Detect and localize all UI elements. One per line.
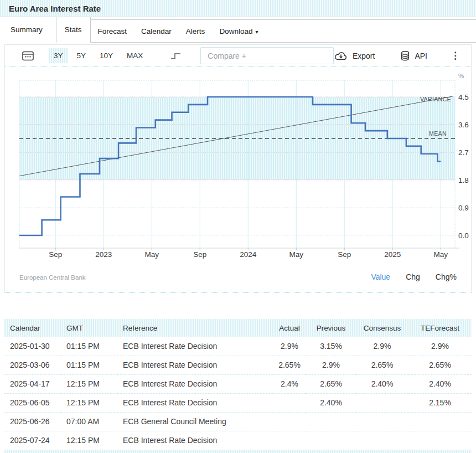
cell-teforecast: [408, 412, 472, 431]
table-row[interactable]: 2025-04-1712:15 PMECB Interest Rate Deci…: [4, 374, 472, 393]
tab-download-label: Download: [219, 27, 252, 35]
tab-forecast[interactable]: Forecast: [91, 20, 134, 42]
cell-gmt: 07:00 AM: [61, 412, 117, 431]
range-3y-button[interactable]: 3Y: [49, 48, 68, 63]
column-header-previous[interactable]: Previous: [306, 319, 356, 337]
page-title: Euro Area Interest Rate: [9, 4, 101, 13]
calendar-table-section: CalendarGMTReferenceActualPreviousConsen…: [4, 319, 472, 453]
svg-text:Sep: Sep: [193, 250, 206, 259]
cell-previous: 2.9%: [306, 356, 356, 374]
cell-consensus: [356, 412, 408, 431]
svg-text:VARIANCE: VARIANCE: [420, 96, 451, 102]
tab-summary[interactable]: Summary: [0, 17, 56, 43]
chg-link[interactable]: Chg: [406, 272, 420, 281]
display-mode-links: Value Chg Chg%: [355, 272, 457, 281]
table-row[interactable]: 2025-01-3001:15 PMECB Interest Rate Deci…: [4, 337, 472, 356]
column-header-reference[interactable]: Reference: [117, 319, 273, 337]
chart-card: 3Y 5Y 10Y MAX Export: [4, 44, 472, 293]
cell-actual: 2.4%: [273, 374, 306, 393]
range-10y-button[interactable]: 10Y: [95, 48, 118, 63]
table-row[interactable]: 2025-07-2412:15 PMECB Interest Rate Deci…: [4, 431, 472, 450]
compare-input[interactable]: [200, 47, 334, 64]
calendar-icon: [22, 50, 34, 61]
chart-area: VARIANCEMEAN%0.00.91.82.73.64.5Sep2023Ma…: [5, 67, 471, 266]
table-row[interactable]: 2025-06-2607:00 AMECB General Council Me…: [4, 412, 472, 431]
svg-text:3.6: 3.6: [458, 121, 469, 129]
cell-reference: ECB Interest Rate Decision: [117, 337, 273, 356]
tab-group: Forecast Calendar Alerts Download▾: [91, 19, 476, 43]
rate-chart: VARIANCEMEAN%0.00.91.82.73.64.5Sep2023Ma…: [5, 67, 471, 264]
column-header-teforecast[interactable]: TEForecast: [408, 319, 472, 337]
range-max-button[interactable]: MAX: [122, 48, 148, 63]
cell-previous: 3.15%: [306, 337, 356, 356]
svg-text:2024: 2024: [240, 250, 257, 259]
table-bottom-strip: [4, 450, 472, 453]
tab-calendar[interactable]: Calendar: [134, 20, 179, 42]
chart-toolbar: 3Y 5Y 10Y MAX Export: [5, 45, 471, 67]
chart-footer: European Central Bank Value Chg Chg%: [5, 266, 471, 281]
tab-alerts[interactable]: Alerts: [179, 20, 213, 42]
column-header-calendar[interactable]: Calendar: [4, 319, 61, 337]
cell-gmt: 12:15 PM: [61, 374, 117, 393]
page-header: Euro Area Interest Rate: [0, 0, 476, 17]
date-range-button[interactable]: [22, 50, 34, 61]
svg-text:2025: 2025: [384, 250, 401, 259]
cell-gmt: 01:15 PM: [61, 356, 117, 374]
svg-text:0.0: 0.0: [458, 231, 469, 240]
tab-download[interactable]: Download▾: [212, 20, 265, 42]
cell-actual: 2.9%: [273, 337, 306, 356]
range-buttons: 3Y 5Y 10Y MAX: [49, 48, 152, 63]
table-row[interactable]: 2025-03-0601:15 PMECB Interest Rate Deci…: [4, 356, 472, 374]
chgpct-link[interactable]: Chg%: [436, 272, 457, 281]
svg-text:2023: 2023: [95, 250, 112, 259]
cell-teforecast: 2.15%: [408, 393, 472, 412]
cell-calendar: 2025-06-26: [4, 412, 61, 431]
cell-teforecast: [408, 431, 472, 450]
api-button[interactable]: API: [400, 50, 427, 61]
column-header-consensus[interactable]: Consensus: [356, 319, 408, 337]
cell-consensus: 2.40%: [356, 374, 408, 393]
value-link[interactable]: Value: [371, 272, 390, 281]
cell-previous: 2.65%: [306, 374, 356, 393]
column-header-gmt[interactable]: GMT: [61, 319, 117, 337]
cell-reference: ECB Interest Rate Decision: [117, 431, 273, 450]
cell-actual: [273, 393, 306, 412]
svg-text:%: %: [458, 73, 464, 79]
cell-actual: [273, 431, 306, 450]
chevron-down-icon: ▾: [255, 29, 258, 35]
cell-reference: ECB Interest Rate Decision: [117, 356, 273, 374]
cell-gmt: 01:15 PM: [61, 337, 117, 356]
api-label: API: [415, 52, 427, 60]
chart-type-button[interactable]: [170, 52, 182, 60]
cell-consensus: [356, 431, 408, 450]
svg-text:May: May: [144, 250, 159, 259]
cell-previous: [306, 431, 356, 450]
column-header-actual[interactable]: Actual: [273, 319, 306, 337]
step-chart-icon: [170, 52, 182, 60]
database-icon: [400, 50, 410, 61]
svg-text:0.9: 0.9: [458, 204, 469, 212]
cell-previous: 2.40%: [306, 393, 356, 412]
cell-reference: ECB Interest Rate Decision: [117, 374, 273, 393]
tab-bar: Summary Stats Forecast Calendar Alerts D…: [0, 17, 476, 43]
cell-teforecast: 2.9%: [408, 337, 472, 356]
table-header-row: CalendarGMTReferenceActualPreviousConsen…: [4, 319, 472, 337]
cell-consensus: [356, 393, 408, 412]
cell-calendar: 2025-04-17: [4, 374, 61, 393]
svg-text:Sep: Sep: [49, 250, 62, 259]
cell-gmt: 12:15 PM: [61, 431, 117, 450]
cell-actual: 2.65%: [273, 356, 306, 374]
tab-stats[interactable]: Stats: [56, 17, 91, 43]
table-row[interactable]: 2025-06-0512:15 PMECB Interest Rate Deci…: [4, 393, 472, 412]
cell-reference: ECB Interest Rate Decision: [117, 393, 273, 412]
kebab-menu-icon[interactable]: ⋮: [451, 51, 460, 60]
svg-text:May: May: [433, 250, 448, 259]
svg-text:1.8: 1.8: [458, 176, 469, 184]
svg-text:May: May: [289, 250, 303, 259]
svg-text:Sep: Sep: [338, 250, 351, 259]
range-5y-button[interactable]: 5Y: [72, 48, 91, 63]
cell-reference: ECB General Council Meeting: [117, 412, 273, 431]
export-button[interactable]: Export: [334, 50, 375, 61]
cloud-download-icon: [334, 50, 348, 61]
calendar-table: CalendarGMTReferenceActualPreviousConsen…: [4, 319, 472, 450]
